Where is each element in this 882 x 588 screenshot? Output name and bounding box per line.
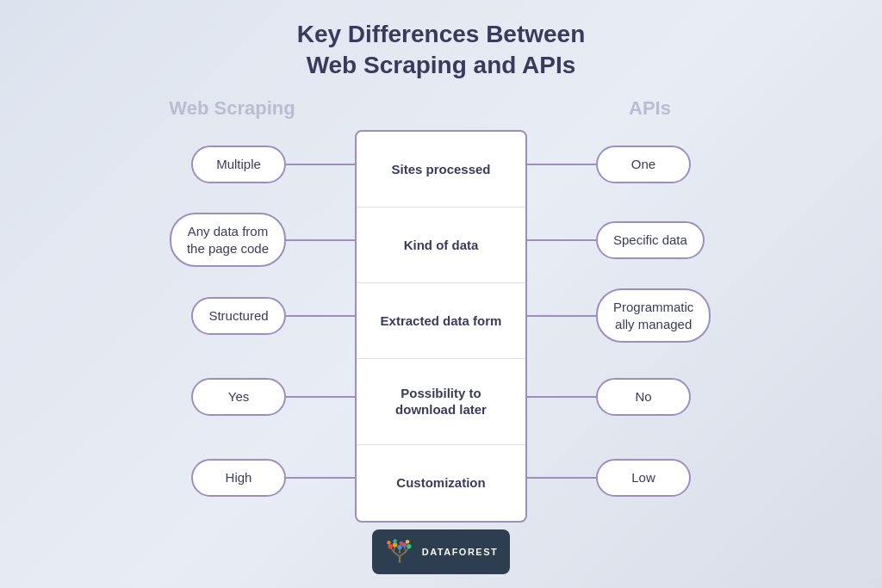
left-row-5: High (109, 440, 355, 516)
svg-point-10 (397, 545, 401, 549)
connector-left-4 (286, 396, 355, 398)
right-pill-programmatic: Programmatically managed (596, 288, 711, 343)
svg-line-5 (394, 546, 395, 551)
center-item-extracted: Extracted data form (357, 283, 525, 359)
svg-point-14 (393, 539, 397, 543)
left-column: Web Scraping Multiple Any data fromthe p… (109, 97, 355, 516)
right-row-2: Specific data (527, 202, 773, 278)
page-title: Key Differences Between Web Scraping and… (297, 19, 586, 82)
connector-left-2 (286, 239, 355, 241)
svg-line-2 (400, 552, 406, 556)
svg-line-7 (404, 546, 406, 551)
svg-point-9 (393, 542, 397, 547)
connector-left-5 (286, 477, 355, 479)
right-row-3: Programmatically managed (527, 278, 773, 354)
left-pill-structured: Structured (191, 297, 286, 335)
svg-point-15 (399, 542, 403, 546)
right-row-1: One (527, 127, 773, 202)
svg-point-13 (387, 541, 391, 545)
right-pill-one: One (596, 145, 691, 183)
logo-area: DATAFOREST (372, 529, 511, 574)
left-pill-multiple: Multiple (191, 145, 286, 183)
right-label: APIs (527, 97, 773, 120)
connector-right-4 (527, 396, 596, 398)
center-item-sites: Sites processed (357, 132, 525, 207)
connector-right-5 (527, 477, 596, 479)
connector-left-3 (286, 315, 355, 317)
right-row-5: Low (527, 440, 773, 516)
right-row-4: No (527, 354, 773, 440)
connector-right-1 (527, 164, 596, 165)
right-column: APIs One Specific data Programmatically … (527, 97, 773, 516)
center-section: Sites processed Kind of data Extracted d… (355, 97, 527, 574)
svg-point-16 (405, 540, 409, 544)
left-pill-any-data: Any data fromthe page code (170, 213, 286, 267)
right-pill-specific: Specific data (596, 221, 705, 259)
center-item-data: Kind of data (357, 207, 525, 283)
left-label: Web Scraping (109, 97, 355, 120)
left-row-1: Multiple (109, 127, 355, 202)
left-row-2: Any data fromthe page code (109, 202, 355, 278)
center-item-customization: Customization (357, 445, 525, 521)
center-item-possibility: Possibility todownload later (357, 359, 525, 445)
diagram-container: Web Scraping Multiple Any data fromthe p… (0, 97, 882, 574)
svg-line-1 (394, 552, 400, 556)
left-row-4: Yes (109, 354, 355, 440)
svg-point-12 (407, 544, 411, 548)
connector-left-1 (286, 164, 355, 165)
logo-box: DATAFOREST (372, 529, 511, 574)
left-pill-high: High (191, 459, 286, 497)
svg-point-8 (388, 544, 392, 548)
right-pill-low: Low (596, 459, 691, 497)
right-pill-no: No (596, 378, 691, 416)
dataforest-logo-icon (384, 536, 415, 567)
center-box: Sites processed Kind of data Extracted d… (355, 130, 527, 523)
left-pill-yes: Yes (191, 378, 286, 416)
left-row-3: Structured (109, 278, 355, 354)
logo-text: DATAFOREST (422, 547, 499, 557)
connector-right-2 (527, 239, 596, 241)
connector-right-3 (527, 315, 596, 317)
